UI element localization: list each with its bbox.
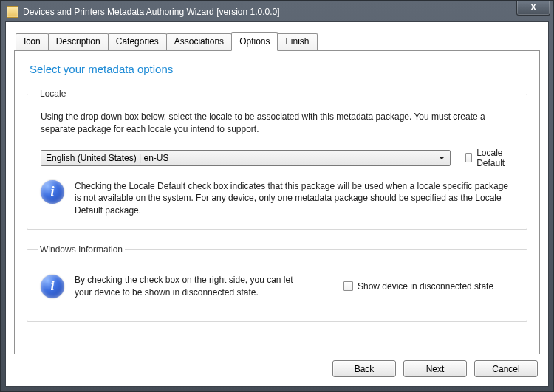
tab-description[interactable]: Description [48, 33, 109, 51]
dropdown-button[interactable] [435, 151, 448, 165]
close-button[interactable]: x [516, 1, 550, 16]
tab-panel-options: Select your metadata options Locale Usin… [14, 50, 540, 354]
windows-info-legend: Windows Information [38, 244, 125, 255]
locale-row: English (United States) | en-US Locale D… [41, 148, 513, 168]
locale-intro: Using the drop down box below, select th… [41, 111, 513, 136]
checkbox-icon [343, 281, 353, 291]
back-button[interactable]: Back [332, 360, 396, 377]
windows-info-text: By checking the check box on the right s… [75, 274, 304, 299]
cancel-button[interactable]: Cancel [474, 360, 538, 377]
tab-options[interactable]: Options [231, 32, 278, 51]
locale-info-row: Checking the Locale Default check box in… [41, 180, 513, 217]
tab-finish[interactable]: Finish [277, 33, 317, 51]
tab-icon[interactable]: Icon [16, 33, 49, 51]
page-heading: Select your metadata options [30, 63, 527, 75]
locale-default-label: Locale Default [476, 148, 513, 168]
info-icon [41, 180, 64, 204]
chevron-down-icon [439, 157, 445, 159]
locale-dropdown[interactable]: English (United States) | en-US [41, 150, 451, 166]
info-icon [41, 275, 64, 298]
locale-info-text: Checking the Locale Default check box in… [75, 180, 513, 217]
show-disconnected-checkbox[interactable]: Show device in disconnected state [343, 281, 493, 292]
tabstrip: Icon Description Categories Associations… [16, 32, 540, 50]
tab-categories[interactable]: Categories [108, 33, 167, 51]
locale-group: Locale Using the drop down box below, se… [27, 89, 527, 230]
next-button[interactable]: Next [403, 360, 467, 377]
locale-selected-value: English (United States) | en-US [46, 153, 169, 163]
button-bar: Back Next Cancel [332, 360, 538, 377]
show-disconnected-label: Show device in disconnected state [358, 281, 493, 292]
locale-default-checkbox[interactable]: Locale Default [465, 148, 513, 168]
close-icon: x [531, 1, 536, 12]
app-icon [7, 6, 18, 18]
tab-associations[interactable]: Associations [166, 33, 232, 51]
locale-legend: Locale [38, 89, 68, 99]
window-frame: Devices and Printers Metadata Authoring … [0, 0, 554, 392]
client-area: Icon Description Categories Associations… [5, 21, 549, 387]
windows-info-group: Windows Information By checking the chec… [27, 244, 527, 322]
checkbox-icon [465, 153, 472, 162]
titlebar[interactable]: Devices and Printers Metadata Authoring … [5, 5, 549, 21]
windows-info-row: By checking the check box on the right s… [41, 274, 513, 299]
window-title: Devices and Printers Metadata Authoring … [23, 7, 547, 17]
